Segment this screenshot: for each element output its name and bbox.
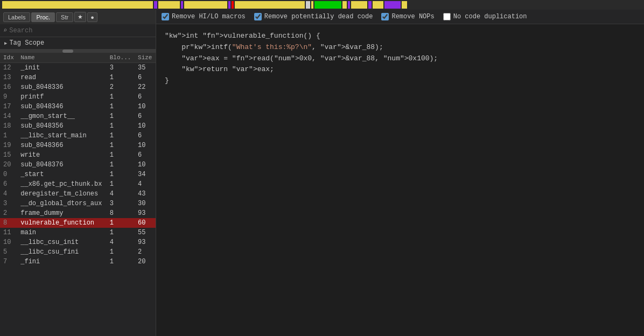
table-row[interactable]: 5__libc_csu_fini12 <box>0 247 156 257</box>
minimap-segment-10 <box>314 1 341 9</box>
cell-idx: 19 <box>0 141 17 150</box>
table-row[interactable]: 10__libc_csu_init493 <box>0 237 156 247</box>
cell-name: main <box>17 228 106 237</box>
cell-name: _fini <box>17 257 106 267</box>
cell-blo: 3 <box>107 63 135 73</box>
cell-idx: 0 <box>0 170 17 179</box>
option-checkbox-0[interactable] <box>162 13 169 20</box>
search-icon: ⌕ <box>3 26 7 34</box>
cell-name: frame_dummy <box>17 208 106 218</box>
minimap-segment-1 <box>154 1 157 9</box>
tab-icon-0[interactable]: ★ <box>74 12 86 22</box>
table-row[interactable]: 12_init335 <box>0 63 156 73</box>
function-table: IdxNameBlo...Size 12_init33513read1616su… <box>0 53 156 336</box>
cell-blo: 2 <box>107 82 135 92</box>
minimap-segment-6 <box>232 1 234 9</box>
table-row[interactable]: 0_start134 <box>0 170 156 179</box>
cell-idx: 4 <box>0 189 17 199</box>
search-bar: ⌕ <box>0 24 156 37</box>
table-row[interactable]: 11main155 <box>0 228 156 237</box>
tag-scope-row[interactable]: ▶ Tag Scope <box>0 37 156 50</box>
code-area: "kw">int "fn">vulnerable_function() { pr… <box>156 24 644 336</box>
cell-idx: 16 <box>0 82 17 92</box>
cell-idx: 11 <box>0 228 17 237</box>
cell-blo: 1 <box>107 102 135 111</box>
cell-name: sub_8048376 <box>17 160 106 170</box>
tab-labels[interactable]: Labels <box>3 12 30 22</box>
option-label-0: Remove HI/LO macros <box>172 13 246 20</box>
table-row[interactable]: 17sub_8048346110 <box>0 102 156 111</box>
cell-blo: 4 <box>107 189 135 199</box>
cell-idx: 3 <box>0 199 17 208</box>
table-row[interactable]: 3__do_global_dtors_aux330 <box>0 199 156 208</box>
cell-blo: 1 <box>107 257 135 267</box>
option-checkbox-2[interactable] <box>381 13 389 20</box>
main-layout: LabelsProc.Str★● ⌕ ▶ Tag Scope IdxNameBl… <box>0 10 644 336</box>
table-row[interactable]: 16sub_8048336222 <box>0 82 156 92</box>
cell-size: 10 <box>135 121 156 131</box>
table-row[interactable]: 15write16 <box>0 150 156 160</box>
table-row[interactable]: 6__x86.get_pc_thunk.bx14 <box>0 179 156 189</box>
scroll-thumb[interactable] <box>62 50 73 53</box>
cell-name: __libc_csu_init <box>17 237 106 247</box>
cell-name: deregister_tm_clones <box>17 189 106 199</box>
cell-size: 10 <box>135 141 156 150</box>
cell-size: 6 <box>135 131 156 141</box>
table-row[interactable]: 4deregister_tm_clones443 <box>0 189 156 199</box>
table-row[interactable]: 18sub_8048356110 <box>0 121 156 131</box>
cell-name: vulnerable_function <box>17 218 106 228</box>
table-row[interactable]: 2frame_dummy893 <box>0 208 156 218</box>
option-checkbox-3[interactable] <box>443 13 451 20</box>
cell-idx: 13 <box>0 73 17 82</box>
code-line-2: "var">eax = "fn">read("num">0x0, "var">&… <box>165 53 635 65</box>
code-line-0: "kw">int "fn">vulnerable_function() { <box>165 31 635 42</box>
search-input[interactable] <box>9 27 152 34</box>
cell-idx: 8 <box>0 218 17 228</box>
cell-name: _init <box>17 63 106 73</box>
cell-blo: 1 <box>107 247 135 257</box>
table-row[interactable]: 1__libc_start_main16 <box>0 131 156 141</box>
cell-name: __do_global_dtors_aux <box>17 199 106 208</box>
tab-icon-1[interactable]: ● <box>87 12 97 22</box>
minimap-segment-11 <box>342 1 347 9</box>
cell-blo: 3 <box>107 199 135 208</box>
cell-name: __x86.get_pc_thunk.bx <box>17 179 106 189</box>
cell-blo: 1 <box>107 228 135 237</box>
minimap-segment-9 <box>311 1 313 9</box>
left-panel: LabelsProc.Str★● ⌕ ▶ Tag Scope IdxNameBl… <box>0 10 156 336</box>
cell-name: sub_8048346 <box>17 102 106 111</box>
option-item-2: Remove NOPs <box>381 13 434 20</box>
cell-blo: 1 <box>107 218 135 228</box>
cell-idx: 15 <box>0 150 17 160</box>
minimap-segment-16 <box>384 1 401 9</box>
table-row[interactable]: 13read16 <box>0 73 156 82</box>
tab-str[interactable]: Str <box>56 12 73 22</box>
tag-scope-label: Tag Scope <box>9 39 44 47</box>
cell-name: __libc_start_main <box>17 131 106 141</box>
table-row[interactable]: 14__gmon_start__16 <box>0 111 156 121</box>
table-row[interactable]: 7_fini120 <box>0 257 156 267</box>
option-item-1: Remove potentially dead code <box>254 13 373 20</box>
table-row[interactable]: 19sub_8048366110 <box>0 141 156 150</box>
cell-idx: 14 <box>0 111 17 121</box>
col-header-name: Name <box>17 53 106 63</box>
cell-size: 60 <box>135 218 156 228</box>
horizontal-scrollbar[interactable] <box>0 50 156 53</box>
table-row[interactable]: 20sub_8048376110 <box>0 160 156 170</box>
cell-size: 10 <box>135 102 156 111</box>
minimap-segment-15 <box>373 1 383 9</box>
table-row[interactable]: 9printf16 <box>0 92 156 102</box>
cell-idx: 1 <box>0 131 17 141</box>
expand-icon: ▶ <box>4 40 7 46</box>
option-checkbox-1[interactable] <box>254 13 262 20</box>
tab-proc[interactable]: Proc. <box>31 12 55 22</box>
cell-blo: 1 <box>107 73 135 82</box>
cell-idx: 6 <box>0 179 17 189</box>
table-row[interactable]: 8vulnerable_function160 <box>0 218 156 228</box>
cell-blo: 1 <box>107 179 135 189</box>
col-header-idx: Idx <box>0 53 17 63</box>
cell-name: read <box>17 73 106 82</box>
cell-idx: 12 <box>0 63 17 73</box>
cell-blo: 8 <box>107 208 135 218</box>
cell-size: 20 <box>135 257 156 267</box>
